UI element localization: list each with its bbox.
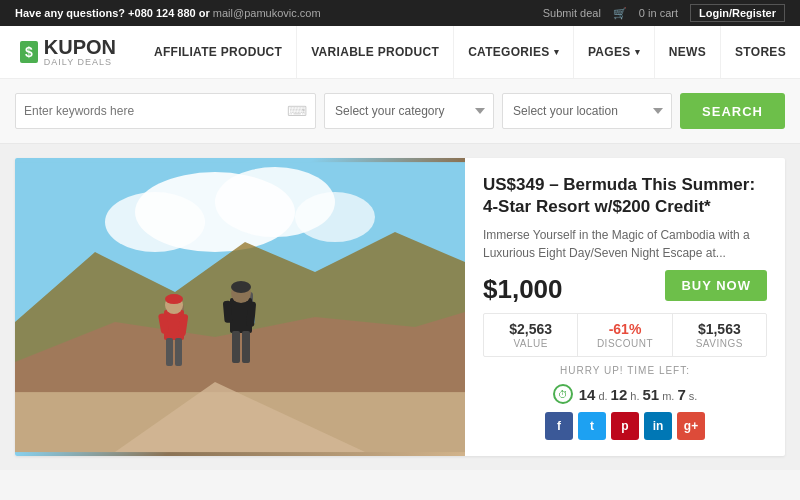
chevron-down-icon: ▾ bbox=[554, 47, 559, 57]
keyboard-icon: ⌨ bbox=[287, 103, 307, 119]
svg-rect-21 bbox=[232, 331, 240, 363]
logo-name: KUPON bbox=[44, 37, 116, 57]
nav-variable[interactable]: VARIABLE PRODUCT bbox=[297, 26, 454, 78]
chevron-down-icon: ▾ bbox=[635, 47, 640, 57]
product-description: Immerse Yourself in the Magic of Cambodi… bbox=[483, 226, 767, 262]
nav-news[interactable]: NEWS bbox=[655, 26, 721, 78]
timer-seconds-unit: s. bbox=[689, 390, 698, 402]
googleplus-share-button[interactable]: g+ bbox=[677, 412, 705, 440]
logo-icon: $ bbox=[20, 41, 38, 63]
product-title: US$349 – Bermuda This Summer: 4-Star Res… bbox=[483, 174, 767, 218]
clock-icon: ⏱ bbox=[553, 384, 573, 404]
buy-now-button[interactable]: BUY NOW bbox=[665, 270, 767, 301]
contact-prefix: Have any questions? bbox=[15, 7, 128, 19]
email-prefix: or bbox=[196, 7, 213, 19]
svg-point-3 bbox=[105, 192, 205, 252]
stat-savings-label: SAVINGS bbox=[677, 338, 762, 349]
submit-deal-link[interactable]: Submit deal bbox=[543, 7, 601, 19]
email-link[interactable]: mail@pamukovic.com bbox=[213, 7, 321, 19]
stat-savings-text: $1,563 bbox=[677, 321, 762, 337]
search-bar: ⌨ Select your category Select your locat… bbox=[0, 79, 800, 144]
svg-point-20 bbox=[231, 281, 251, 293]
logo-text-area: KUPON Daily Deals bbox=[44, 37, 116, 67]
linkedin-share-button[interactable]: in bbox=[644, 412, 672, 440]
top-bar: Have any questions? +080 124 880 or mail… bbox=[0, 0, 800, 26]
main-nav: AFFILIATE PRODUCT VARIABLE PRODUCT CATEG… bbox=[140, 26, 800, 78]
timer-row: ⏱ 14 d. 12 h. 51 m. 7 s. bbox=[483, 384, 767, 404]
top-right-links: Submit deal 🛒 0 in cart Login/Register bbox=[543, 4, 785, 22]
timer-seconds: 7 bbox=[677, 386, 685, 403]
product-info: US$349 – Bermuda This Summer: 4-Star Res… bbox=[465, 158, 785, 456]
phone-number: +080 124 880 bbox=[128, 7, 196, 19]
svg-rect-13 bbox=[166, 338, 173, 366]
cart-icon: 🛒 bbox=[613, 7, 627, 20]
stat-savings: $1,563 SAVINGS bbox=[673, 314, 766, 356]
logo[interactable]: $ KUPON Daily Deals bbox=[0, 26, 140, 78]
product-price: $1,000 bbox=[483, 274, 563, 305]
svg-rect-22 bbox=[242, 331, 250, 363]
nav-stores[interactable]: STORES bbox=[721, 26, 800, 78]
search-input-wrapper: ⌨ bbox=[15, 93, 316, 129]
hurry-label: HURRY UP! TIME LEFT: bbox=[483, 365, 767, 376]
svg-point-4 bbox=[295, 192, 375, 242]
search-input[interactable] bbox=[24, 104, 287, 118]
category-select[interactable]: Select your category bbox=[324, 93, 494, 129]
social-buttons: f t p in g+ bbox=[483, 412, 767, 440]
timer-minutes-unit: m. bbox=[662, 390, 674, 402]
stat-discount-label: DISCOUNT bbox=[582, 338, 667, 349]
pinterest-share-button[interactable]: p bbox=[611, 412, 639, 440]
timer-days-unit: d. bbox=[598, 390, 607, 402]
nav-pages[interactable]: PAGES ▾ bbox=[574, 26, 655, 78]
location-select[interactable]: Select your location bbox=[502, 93, 672, 129]
stat-value-label: VALUE bbox=[488, 338, 573, 349]
search-button[interactable]: SEARCH bbox=[680, 93, 785, 129]
stat-value: $2,563 VALUE bbox=[484, 314, 578, 356]
svg-point-12 bbox=[165, 294, 183, 304]
stat-discount: -61% DISCOUNT bbox=[578, 314, 672, 356]
svg-rect-14 bbox=[175, 338, 182, 366]
timer-hours-unit: h. bbox=[630, 390, 639, 402]
login-register-link[interactable]: Login/Register bbox=[690, 4, 785, 22]
header: $ KUPON Daily Deals AFFILIATE PRODUCT VA… bbox=[0, 26, 800, 79]
timer-text: 14 d. 12 h. 51 m. 7 s. bbox=[579, 386, 698, 403]
nav-categories[interactable]: CATEGORIES ▾ bbox=[454, 26, 574, 78]
logo-tagline: Daily Deals bbox=[44, 57, 116, 67]
product-card: US$349 – Bermuda This Summer: 4-Star Res… bbox=[15, 158, 785, 456]
contact-info: Have any questions? +080 124 880 or mail… bbox=[15, 7, 321, 19]
nav-affiliate[interactable]: AFFILIATE PRODUCT bbox=[140, 26, 297, 78]
facebook-share-button[interactable]: f bbox=[545, 412, 573, 440]
timer-days: 14 bbox=[579, 386, 596, 403]
timer-minutes: 51 bbox=[642, 386, 659, 403]
product-image bbox=[15, 158, 465, 456]
main-content: US$349 – Bermuda This Summer: 4-Star Res… bbox=[0, 144, 800, 470]
stat-value-text: $2,563 bbox=[488, 321, 573, 337]
price-row: $1,000 BUY NOW bbox=[483, 270, 767, 305]
stat-discount-text: -61% bbox=[582, 321, 667, 337]
twitter-share-button[interactable]: t bbox=[578, 412, 606, 440]
timer-hours: 12 bbox=[611, 386, 628, 403]
cart-count[interactable]: 0 in cart bbox=[639, 7, 678, 19]
stats-row: $2,563 VALUE -61% DISCOUNT $1,563 SAVING… bbox=[483, 313, 767, 357]
